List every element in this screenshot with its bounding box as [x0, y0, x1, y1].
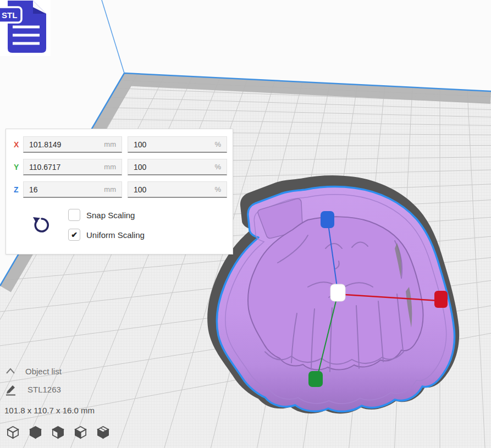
- chevron-up-icon: [4, 367, 16, 375]
- uniform-scaling-label: Uniform Scaling: [86, 230, 145, 240]
- svg-text:STL: STL: [2, 10, 17, 20]
- scale-row-z: Z 16 mm 100 %: [6, 181, 233, 198]
- percent-unit-label: %: [214, 185, 221, 193]
- cube-wireframe-icon[interactable]: [5, 424, 20, 440]
- snap-scaling-label: Snap Scaling: [86, 211, 135, 220]
- stl-file-icon[interactable]: STL: [0, 0, 51, 56]
- gizmo-z-handle[interactable]: [321, 211, 334, 228]
- percent-unit-label: %: [214, 140, 221, 148]
- object-list-item[interactable]: STL1263: [4, 382, 147, 396]
- object-name: STL1263: [27, 385, 61, 394]
- gizmo-y-handle[interactable]: [308, 371, 323, 387]
- axis-y-label: Y: [14, 159, 23, 175]
- reset-scale-button[interactable]: [31, 215, 50, 235]
- z-percent-input[interactable]: 100 %: [128, 181, 227, 198]
- mm-unit-label: mm: [104, 163, 116, 171]
- object-list-panel: Object list STL1263: [4, 364, 147, 396]
- slicer-app-window: STL X 101.8149 mm 100 % Y 110.6717 mm 10…: [0, 0, 491, 448]
- cube-front-face-icon[interactable]: [51, 424, 65, 440]
- axis-x-label: X: [14, 136, 23, 153]
- selected-object-dimensions: 101.8 x 110.7 x 16.0 mm: [4, 406, 95, 415]
- uniform-scaling-box[interactable]: ✔: [68, 229, 80, 241]
- cube-sliced-top-icon[interactable]: [96, 424, 111, 440]
- scale-row-y: Y 110.6717 mm 100 %: [6, 159, 233, 175]
- percent-unit-label: %: [214, 163, 221, 171]
- y-size-input[interactable]: 110.6717 mm: [23, 159, 122, 175]
- cube-solid-icon[interactable]: [28, 424, 43, 440]
- scale-tool-panel: X 101.8149 mm 100 % Y 110.6717 mm 100 % …: [5, 129, 233, 255]
- view-mode-toolbar: [5, 424, 111, 440]
- axis-z-label: Z: [14, 181, 23, 198]
- stl-badge: STL: [0, 7, 21, 23]
- gizmo-x-handle[interactable]: [434, 291, 448, 308]
- x-percent-input[interactable]: 100 %: [128, 136, 227, 153]
- x-size-input[interactable]: 101.8149 mm: [23, 136, 122, 153]
- z-size-input[interactable]: 16 mm: [23, 181, 122, 198]
- mm-unit-label: mm: [104, 140, 116, 148]
- object-list-header[interactable]: Object list: [4, 364, 147, 378]
- cube-left-face-icon[interactable]: [73, 424, 88, 440]
- pencil-icon: [4, 382, 18, 396]
- y-percent-input[interactable]: 100 %: [128, 159, 227, 175]
- object-list-title: Object list: [25, 367, 62, 376]
- uniform-scaling-checkbox[interactable]: ✔ Uniform Scaling: [68, 229, 145, 241]
- reset-scale-icon: [31, 215, 50, 235]
- snap-scaling-box[interactable]: [68, 209, 80, 221]
- mm-unit-label: mm: [104, 185, 116, 193]
- gizmo-center-handle[interactable]: [330, 284, 345, 301]
- scale-row-x: X 101.8149 mm 100 %: [6, 136, 233, 153]
- snap-scaling-checkbox[interactable]: Snap Scaling: [68, 209, 135, 221]
